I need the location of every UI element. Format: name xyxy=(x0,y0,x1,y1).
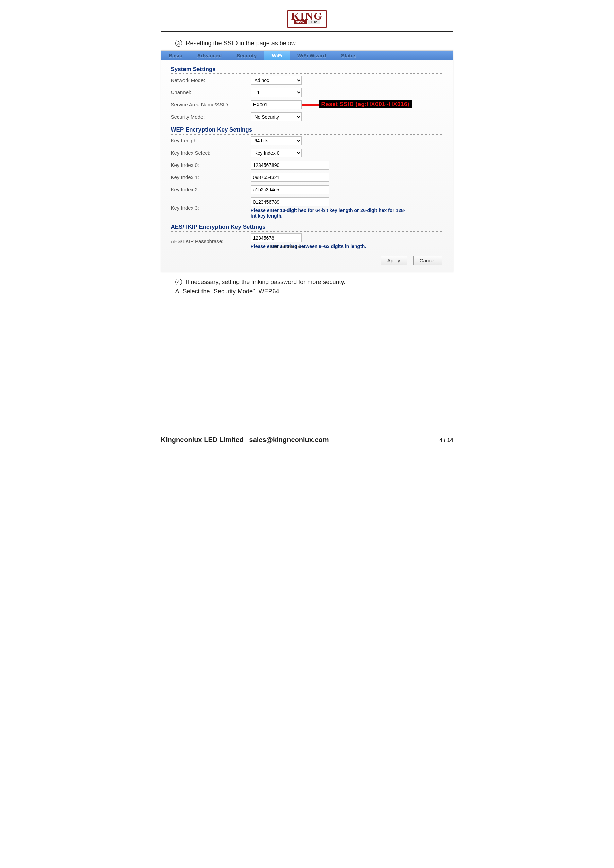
tab-wifi[interactable]: WiFi xyxy=(264,51,290,60)
step-3-text: Resetting the SSID in the page as below: xyxy=(186,40,297,46)
footer-page-sep: / xyxy=(442,437,447,443)
tab-bar: Basic Advanced Security WiFi WiFi Wizard… xyxy=(161,51,453,60)
tab-advanced[interactable]: Advanced xyxy=(190,51,229,60)
label-network-mode: Network Mode: xyxy=(171,77,251,83)
label-key-index-select: Key Index Select: xyxy=(171,150,251,156)
label-security-mode: Security Mode: xyxy=(171,114,251,119)
label-key-index-1: Key Index 1: xyxy=(171,174,251,180)
step-4-number: 4 xyxy=(175,279,182,285)
input-key-index-0[interactable] xyxy=(251,161,329,170)
input-key-index-3[interactable] xyxy=(251,197,329,206)
section-aes-settings: AES/TKIP Encryption Key Settings xyxy=(171,222,443,232)
cancel-button[interactable]: Cancel xyxy=(413,256,442,265)
tab-status[interactable]: Status xyxy=(334,51,364,60)
input-ssid[interactable] xyxy=(251,100,302,109)
label-key-index-0: Key Index 0: xyxy=(171,162,251,168)
header-logo: KING NEON LUX xyxy=(161,7,453,29)
section-system-settings: System Settings xyxy=(171,64,443,74)
input-key-index-1[interactable] xyxy=(251,173,329,182)
label-key-length: Key Length: xyxy=(171,138,251,143)
input-key-index-2[interactable] xyxy=(251,185,329,194)
label-aes-passphrase: AES/TKIP Passphrase: xyxy=(171,238,251,244)
select-key-index[interactable]: Key Index 0 xyxy=(251,149,302,157)
input-aes-passphrase[interactable] xyxy=(251,234,302,242)
label-key-index-2: Key Index 2: xyxy=(171,187,251,192)
step-4-text: If necessary, setting the linking passwo… xyxy=(186,279,346,285)
logo-text-lux: LUX xyxy=(307,20,320,25)
footer-page-total: 14 xyxy=(447,437,453,443)
wifi-settings-panel: Basic Advanced Security WiFi WiFi Wizard… xyxy=(161,50,453,272)
footer-email: sales@kingneonlux.com xyxy=(250,436,329,443)
section-wep-settings: WEP Encryption Key Settings xyxy=(171,124,443,135)
page-footer: Kingneonlux LED Limited sales@kingneonlu… xyxy=(161,436,453,444)
select-network-mode[interactable]: Ad hoc xyxy=(251,76,302,85)
header-rule xyxy=(161,31,453,32)
tab-basic[interactable]: Basic xyxy=(161,51,190,60)
step-4a-line: A. Select the "Security Mode": WEP64. xyxy=(175,288,453,295)
annotation-pointer-line xyxy=(302,104,319,106)
logo-text-king: KING xyxy=(291,11,323,21)
step-3-number: 3 xyxy=(175,40,182,46)
tab-wifi-wizard[interactable]: WiFi Wizard xyxy=(290,51,334,60)
select-key-length[interactable]: 64 bits xyxy=(251,136,302,145)
logo-text-neon: NEON xyxy=(294,20,307,25)
hint-aes: Please enter a string between 8~63 digit… xyxy=(251,244,366,249)
step-3-line: 3 Resetting the SSID in the page as belo… xyxy=(175,40,453,47)
select-security-mode[interactable]: No Security xyxy=(251,113,302,121)
label-ssid: Service Area Name/SSID: xyxy=(171,102,251,107)
label-key-index-3: Key Index 3: xyxy=(171,205,251,211)
tab-security[interactable]: Security xyxy=(229,51,264,60)
step-4-line: 4 If necessary, setting the linking pass… xyxy=(175,279,453,286)
annotation-reset-ssid: Reset SSID (eg:HX001~HX016) xyxy=(319,100,412,108)
footer-company: Kingneonlux LED Limited xyxy=(161,436,243,443)
label-channel: Channel: xyxy=(171,89,251,95)
watermark-text: KNL blackstore xyxy=(270,244,305,250)
select-channel[interactable]: 11 xyxy=(251,88,302,97)
apply-button[interactable]: Apply xyxy=(381,256,407,265)
hint-wep: Please enter 10-digit hex for 64-bit key… xyxy=(251,208,407,219)
